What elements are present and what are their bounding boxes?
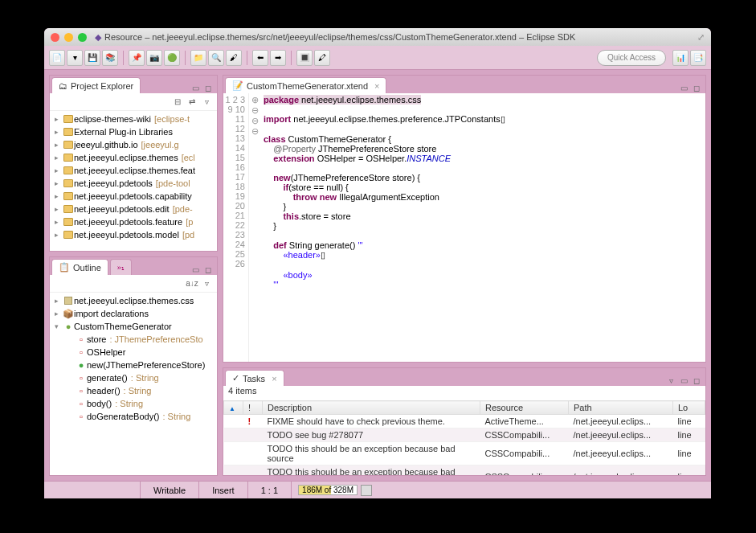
column-header[interactable]: Description — [263, 401, 480, 415]
heap-status[interactable]: 186M of 328M — [298, 485, 358, 495]
quick-access-input[interactable]: Quick Access — [597, 50, 666, 66]
outline-secondary-tab[interactable]: »₁ — [110, 259, 132, 275]
outline-item[interactable]: ▫OSHelper — [51, 346, 215, 359]
project-item[interactable]: ▸eclipse-themes-wiki[eclipse-t — [51, 113, 215, 125]
outline-icon: 📋 — [59, 262, 70, 273]
brush-button[interactable]: 🖌 — [226, 50, 242, 66]
tasks-count: 4 items — [223, 386, 705, 400]
project-item[interactable]: ▸net.jeeeyul.pdetools[pde-tool — [51, 177, 215, 190]
column-header[interactable]: Lo — [673, 401, 705, 415]
column-header[interactable]: ▲ — [224, 401, 243, 415]
project-item[interactable]: ▸net.jeeeyul.pdetools.feature[p — [51, 215, 215, 228]
outline-item[interactable]: ▸net.jeeeyul.eclipse.themes.css — [51, 294, 215, 307]
minimize-view-icon[interactable]: ▭ — [678, 375, 689, 386]
outline-tree[interactable]: ▸net.jeeeyul.eclipse.themes.css▸📦import … — [50, 293, 217, 475]
new-button[interactable]: 📄 — [49, 50, 65, 66]
maximize-view-icon[interactable]: ◻ — [691, 375, 702, 386]
forward-button[interactable]: ➡ — [270, 50, 286, 66]
project-item[interactable]: ▸net.jeeeyul.eclipse.themes[ecl — [51, 151, 215, 164]
project-item[interactable]: ▸External Plug-in Libraries — [51, 125, 215, 138]
outline-tab[interactable]: 📋 Outline — [51, 259, 108, 275]
sort-icon[interactable]: a↓z — [186, 278, 198, 289]
titlebar[interactable]: ◆ Resource – net.jeeeyul.eclipse.themes/… — [44, 28, 711, 46]
task-row[interactable]: !FIXME should have to check previous the… — [224, 415, 705, 428]
view-menu-icon[interactable]: ▿ — [665, 375, 676, 386]
status-insert[interactable]: Insert — [199, 482, 248, 498]
pin-button[interactable]: 📌 — [129, 50, 145, 66]
search-button[interactable]: 🔍 — [208, 50, 224, 66]
outline-item[interactable]: ▸📦import declarations — [51, 307, 215, 320]
folder-icon: 🗂 — [59, 81, 67, 91]
project-item[interactable]: ▸net.jeeeyul.pdetools.capability — [51, 190, 215, 203]
maximize-view-icon[interactable]: ◻ — [691, 82, 702, 93]
window-title: Resource – net.jeeeyul.eclipse.themes/sr… — [104, 32, 697, 42]
view-menu-icon[interactable]: ▿ — [201, 96, 212, 108]
project-explorer-tab[interactable]: 🗂 Project Explorer — [51, 77, 141, 93]
outline-item[interactable]: ▫generate() : String — [51, 371, 215, 384]
open-type-button[interactable]: 📁 — [190, 50, 206, 66]
xtend-file-icon: 📝 — [232, 80, 243, 91]
save-button[interactable]: 💾 — [84, 50, 100, 66]
editor-body[interactable]: 1 2 3 9 10 11 12 13 14 15 16 17 18 19 20… — [223, 93, 705, 362]
gc-button[interactable] — [361, 485, 372, 496]
save-all-button[interactable]: 📚 — [102, 50, 118, 66]
outline-item[interactable]: ▫store : JThemePreferenceSto — [51, 333, 215, 346]
task-row[interactable]: TODO this should be an exception because… — [224, 465, 705, 476]
perspective-java-button[interactable]: 📑 — [690, 50, 706, 66]
close-window-button[interactable] — [51, 33, 59, 42]
status-bar: Writable Insert 1 : 1 186M of 328M — [44, 481, 711, 498]
zoom-window-button[interactable] — [78, 33, 87, 42]
minimize-view-icon[interactable]: ▭ — [190, 264, 201, 275]
project-explorer-view: 🗂 Project Explorer ▭ ◻ ⊟ ⇄ ▿ ▸eclipse-th… — [49, 75, 218, 252]
tasks-icon: ✓ — [232, 373, 239, 383]
outline-item[interactable]: ●new(JThemePreferenceStore) — [51, 359, 215, 371]
fold-column[interactable]: ⊕ ⊖ ⊖ ⊖ — [249, 93, 260, 362]
outline-item[interactable]: ▾●CustomThemeGenerator — [51, 320, 215, 333]
toggle-button[interactable]: 🔳 — [296, 50, 313, 66]
collapse-all-icon[interactable]: ⊟ — [172, 96, 183, 108]
status-cursor: 1 : 1 — [248, 482, 292, 498]
close-tab-icon[interactable]: × — [272, 374, 276, 383]
project-item[interactable]: ▸jeeeyul.github.io[jeeeyul.g — [51, 138, 215, 151]
perspective-resource-button[interactable]: 📊 — [672, 50, 689, 66]
tasks-tab[interactable]: ✓ Tasks × — [225, 370, 284, 386]
window-controls — [51, 33, 87, 42]
minimize-view-icon[interactable]: ▭ — [190, 82, 201, 93]
camera-button[interactable]: 📷 — [146, 50, 162, 66]
paint-button[interactable]: 🖍 — [314, 50, 330, 66]
column-header[interactable]: Resource — [480, 401, 569, 415]
project-item[interactable]: ▸net.jeeeyul.pdetools.model[pd — [51, 228, 215, 241]
eclipse-window: ◆ Resource – net.jeeeyul.eclipse.themes/… — [44, 28, 711, 498]
column-header[interactable]: Path — [569, 401, 673, 415]
task-row[interactable]: TODO see bug #278077CSSCompabili.../net.… — [224, 428, 705, 442]
maximize-view-icon[interactable]: ◻ — [202, 264, 214, 275]
view-menu-icon[interactable]: ▿ — [201, 278, 212, 289]
project-item[interactable]: ▸net.jeeeyul.pdetools.edit[pde- — [51, 203, 215, 215]
code-area[interactable]: package net.jeeeyul.eclipse.themes.css i… — [260, 93, 705, 362]
link-editor-icon[interactable]: ⇄ — [186, 96, 198, 108]
editor-view: 📝 CustomThemeGenerator.xtend × ▭ ◻ 1 2 3… — [223, 75, 706, 363]
diamond-icon: ◆ — [95, 32, 101, 43]
main-toolbar: 📄 ▾ 💾 📚 📌 📷 🟢 📁 🔍 🖌 ⬅ ➡ 🔳 🖍 Quick Access… — [44, 46, 711, 70]
status-writable[interactable]: Writable — [141, 482, 199, 498]
outline-item[interactable]: ▫header() : String — [51, 384, 215, 397]
task-row[interactable]: TODO this should be an exception because… — [224, 442, 705, 465]
back-button[interactable]: ⬅ — [252, 50, 268, 66]
minimize-window-button[interactable] — [64, 33, 73, 42]
close-tab-icon[interactable]: × — [374, 81, 379, 91]
project-item[interactable]: ▸net.jeeeyul.eclipse.themes.feat — [51, 164, 215, 177]
resize-icon[interactable]: ⤢ — [697, 32, 705, 43]
minimize-view-icon[interactable]: ▭ — [678, 82, 689, 93]
maximize-view-icon[interactable]: ◻ — [202, 82, 214, 93]
line-number-gutter[interactable]: 1 2 3 9 10 11 12 13 14 15 16 17 18 19 20… — [223, 93, 249, 362]
new-dropdown-button[interactable]: ▾ — [67, 50, 83, 66]
column-header[interactable]: ! — [243, 401, 263, 415]
project-explorer-tree[interactable]: ▸eclipse-themes-wiki[eclipse-t▸External … — [50, 111, 217, 251]
tasks-view: ✓ Tasks × ▿ ▭ ◻ 4 items ▲!DescriptionRes… — [223, 367, 706, 476]
main-area: 🗂 Project Explorer ▭ ◻ ⊟ ⇄ ▿ ▸eclipse-th… — [44, 70, 711, 481]
outline-item[interactable]: ▫body() : String — [51, 397, 215, 410]
editor-tab[interactable]: 📝 CustomThemeGenerator.xtend × — [225, 77, 386, 93]
tasks-table[interactable]: ▲!DescriptionResourcePathLo !FIXME shoul… — [223, 400, 705, 475]
run-button[interactable]: 🟢 — [164, 50, 180, 66]
outline-item[interactable]: ▫doGenerateBody() : String — [51, 410, 215, 423]
